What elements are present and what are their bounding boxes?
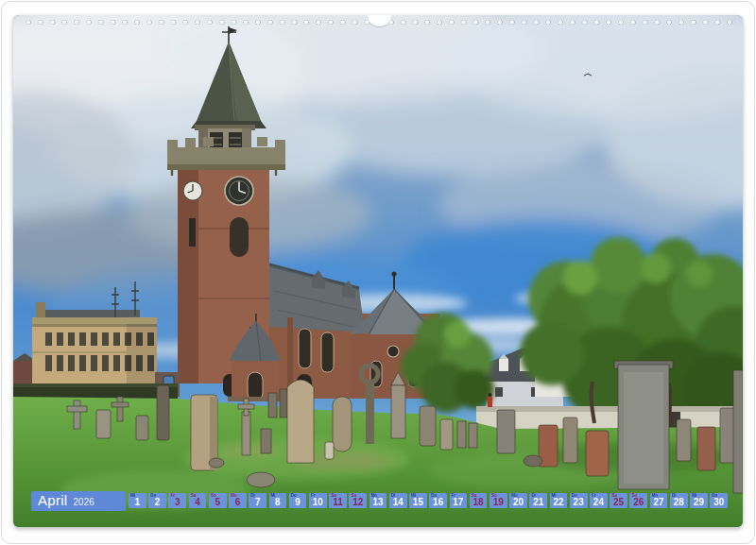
- weekday-abbr: Di: [250, 494, 255, 499]
- calendar-day-cell: Mo 6: [229, 493, 247, 508]
- weekday-abbr: Fr: [452, 494, 456, 499]
- calendar-day-cell: Sa 25: [610, 493, 627, 508]
- calendar-day-cell: Di 7: [249, 493, 266, 508]
- calendar-day-cell: Mi 22: [550, 493, 568, 508]
- calendar-day-cell: Di 28: [670, 493, 688, 508]
- calendar-day-cell: Do 9: [289, 493, 307, 508]
- weekday-abbr: So: [631, 494, 637, 499]
- calendar-sheet: April 2026 Mi 1 Do 2 Fr 3 Sa 4 So 5 Mo 6…: [13, 15, 743, 527]
- calendar-day-row: Mi 1 Do 2 Fr 3 Sa 4 So 5 Mo 6 Di 7 Mi 8 …: [129, 493, 728, 508]
- weekday-abbr: Mo: [231, 494, 237, 499]
- calendar-day-cell: So 12: [349, 493, 367, 508]
- weekday-abbr: Di: [391, 494, 396, 499]
- calendar-day-cell: Mi 8: [269, 493, 287, 508]
- calendar-day-cell: Do 23: [570, 493, 588, 508]
- calendar-day-cell: So 5: [209, 493, 227, 508]
- calendar-day-cell: Mi 29: [690, 493, 708, 508]
- month-label: April 2026: [31, 491, 126, 511]
- calendar-day-cell: Fr 24: [590, 493, 608, 508]
- weekday-abbr: Di: [531, 494, 536, 499]
- weekday-abbr: Mi: [130, 494, 135, 499]
- weekday-abbr: Do: [431, 494, 437, 499]
- weekday-abbr: Mo: [652, 494, 659, 499]
- calendar-day-cell: Do 16: [429, 493, 447, 508]
- calendar-day-cell: Fr 10: [309, 493, 327, 508]
- weekday-abbr: Fr: [170, 494, 175, 499]
- calendar-day-cell: Fr 17: [450, 493, 468, 508]
- calendar-day-cell: So 19: [490, 493, 507, 508]
- weekday-abbr: So: [351, 494, 356, 499]
- calendar-day-cell: Mo 20: [509, 493, 527, 508]
- calendar-day-cell: Sa 18: [470, 493, 488, 508]
- weekday-abbr: So: [211, 494, 216, 499]
- calendar-day-cell: Sa 4: [189, 493, 207, 508]
- calendar-day-cell: Do 30: [710, 493, 728, 508]
- weekday-abbr: Mo: [511, 494, 518, 499]
- calendar-day-cell: Mo 13: [369, 493, 387, 508]
- calendar-day-cell: Fr 3: [168, 493, 186, 508]
- weekday-abbr: Mi: [692, 494, 696, 499]
- weekday-abbr: Mi: [271, 494, 276, 499]
- weekday-abbr: Do: [150, 494, 156, 499]
- calendar-strip: April 2026 Mi 1 Do 2 Fr 3 Sa 4 So 5 Mo 6…: [31, 490, 728, 511]
- weekday-abbr: Sa: [191, 494, 197, 499]
- weekday-abbr: Fr: [311, 494, 316, 499]
- calendar-day-cell: Mo 27: [650, 493, 668, 508]
- weekday-abbr: Sa: [611, 494, 617, 499]
- weekday-abbr: Mi: [411, 494, 416, 499]
- photo-church-graveyard: [13, 15, 743, 527]
- weekday-abbr: So: [491, 494, 497, 499]
- weekday-abbr: Do: [291, 494, 297, 499]
- weekday-abbr: Sa: [331, 494, 336, 499]
- calendar-day-cell: So 26: [629, 493, 647, 508]
- calendar-day-cell: Mi 15: [409, 493, 427, 508]
- calendar-day-cell: Do 2: [148, 493, 166, 508]
- month-name: April: [38, 491, 68, 510]
- year-label: 2026: [74, 497, 94, 507]
- weekday-abbr: Do: [572, 494, 577, 499]
- calendar-day-cell: Mi 1: [129, 493, 146, 508]
- calendar-day-cell: Sa 11: [329, 493, 347, 508]
- weekday-abbr: Mi: [552, 494, 557, 499]
- weekday-abbr: Fr: [592, 494, 596, 499]
- weekday-abbr: Mo: [371, 494, 378, 499]
- calendar-day-cell: Di 21: [529, 493, 547, 508]
- weekday-abbr: Di: [672, 494, 677, 499]
- weekday-abbr: Do: [712, 494, 717, 499]
- calendar-day-cell: Di 14: [389, 493, 407, 508]
- weekday-abbr: Sa: [472, 494, 477, 499]
